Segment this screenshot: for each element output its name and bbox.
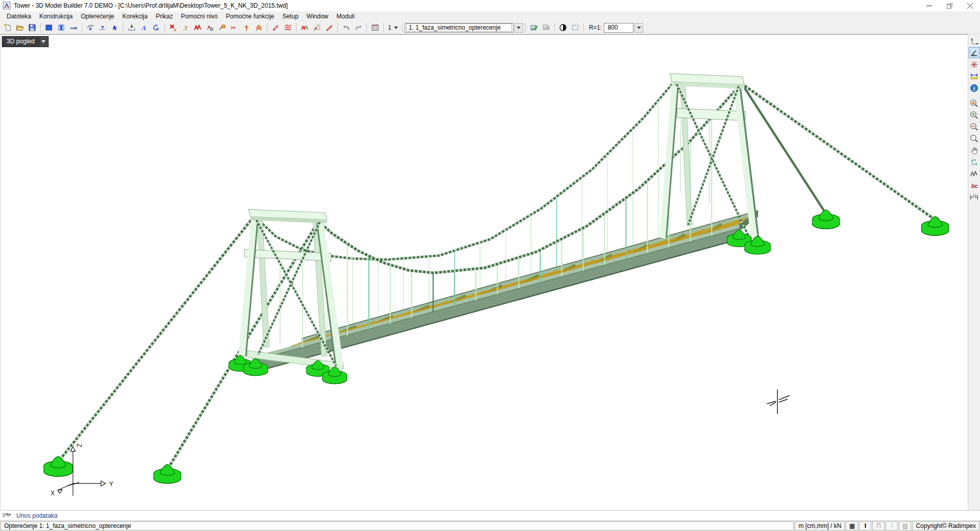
arrow-up-button[interactable] bbox=[240, 22, 253, 33]
command-bar-label: Unos podataka bbox=[16, 512, 58, 519]
section-toggle[interactable]: Π bbox=[872, 521, 885, 530]
loadcase-dropdown-button[interactable] bbox=[514, 23, 523, 33]
angle-button[interactable] bbox=[969, 47, 980, 58]
move-block-button[interactable] bbox=[204, 22, 216, 33]
info-icon: i bbox=[970, 84, 978, 92]
import-level-icon bbox=[128, 23, 136, 32]
menu-moduli[interactable]: Moduli bbox=[332, 12, 358, 21]
close-icon bbox=[967, 3, 973, 9]
redo-button[interactable] bbox=[352, 22, 364, 33]
dimension-10-icon: 10 bbox=[970, 193, 978, 202]
view-tab-caret-icon bbox=[41, 40, 45, 43]
zoom-window-button[interactable] bbox=[969, 133, 980, 144]
contrast-icon bbox=[559, 23, 567, 32]
units-cell[interactable]: m [cm,mm] / kN bbox=[795, 521, 845, 530]
stairs-button[interactable] bbox=[323, 22, 335, 33]
menu-setup[interactable]: Setup bbox=[278, 12, 302, 21]
open-file-button[interactable] bbox=[14, 22, 26, 33]
undo-button[interactable] bbox=[340, 22, 352, 33]
rotate-view-icon bbox=[152, 23, 160, 32]
delete-mesh-button[interactable] bbox=[167, 22, 179, 33]
view-tab-dropdown[interactable] bbox=[39, 37, 48, 46]
pointer-button[interactable] bbox=[109, 22, 121, 33]
menu-prikaz[interactable]: Prikaz bbox=[152, 12, 177, 21]
renumber-button[interactable]: bc bbox=[969, 180, 980, 191]
drawing-canvas[interactable]: 3D pogled bbox=[0, 34, 968, 510]
roof-up-button[interactable] bbox=[253, 22, 265, 33]
menu-pomocni-nivo[interactable]: Pomoćni nivo bbox=[177, 12, 222, 21]
plane-up-icon bbox=[99, 23, 107, 32]
window-view-button[interactable] bbox=[55, 22, 67, 33]
bridge-3d-model: Z Y X bbox=[1, 35, 968, 510]
snap-target-button[interactable] bbox=[969, 59, 980, 70]
arrow-up-icon bbox=[242, 23, 251, 32]
restore-button[interactable] bbox=[939, 0, 960, 11]
info-button[interactable]: i bbox=[969, 82, 980, 93]
menu-datoteka[interactable]: Datoteka bbox=[3, 12, 35, 21]
zoom-home-button[interactable] bbox=[969, 98, 980, 109]
plane-down-button[interactable] bbox=[84, 22, 96, 33]
split-beam-button[interactable] bbox=[191, 22, 204, 33]
new-file-button[interactable] bbox=[2, 22, 14, 33]
snap-target-icon bbox=[970, 60, 978, 69]
menu-korekcija[interactable]: Korekcija bbox=[118, 12, 152, 21]
dimension-10-button[interactable]: 10 bbox=[969, 191, 980, 203]
save-icon bbox=[28, 23, 36, 32]
coord-axes-button[interactable] bbox=[969, 35, 980, 46]
line-view-button[interactable] bbox=[67, 22, 80, 33]
pencil-button[interactable] bbox=[270, 22, 282, 33]
raise-node-button[interactable] bbox=[179, 22, 191, 33]
dimension-button[interactable] bbox=[969, 70, 980, 82]
pan-hand-button[interactable] bbox=[969, 144, 980, 156]
split-check-icon bbox=[301, 23, 309, 32]
text-style-button[interactable]: A bbox=[138, 22, 150, 33]
zoom-out-button[interactable] bbox=[969, 121, 980, 132]
solid-view-button[interactable] bbox=[43, 22, 55, 33]
hatch-icon: ▦ bbox=[849, 522, 855, 529]
regen-grid-button[interactable] bbox=[969, 156, 980, 167]
svg-text:✂: ✂ bbox=[231, 24, 236, 32]
polyline-button[interactable] bbox=[969, 168, 980, 179]
hatch-toggle[interactable]: ▦ bbox=[846, 521, 858, 530]
menu-pomocne-funkcije[interactable]: Pomoćne funkcije bbox=[222, 12, 279, 21]
command-bar: Unos podataka bbox=[0, 510, 980, 520]
copy-flag-button[interactable] bbox=[216, 22, 228, 33]
plane-up-button[interactable] bbox=[96, 22, 109, 33]
copy-page-button[interactable] bbox=[311, 22, 323, 33]
selection-marquee-button[interactable] bbox=[569, 22, 581, 33]
axis-toggle[interactable]: ⁞ bbox=[886, 521, 898, 530]
loadcase-combobox[interactable]: 1. 1_faza_simetricno_opterecenje bbox=[405, 23, 513, 33]
solid-view-icon bbox=[45, 23, 53, 32]
import-level-button[interactable] bbox=[126, 22, 138, 33]
minimize-button[interactable] bbox=[919, 0, 939, 11]
table-button[interactable] bbox=[369, 22, 381, 33]
svg-text:i: i bbox=[973, 85, 975, 91]
scale-dropdown-button[interactable] bbox=[634, 23, 643, 33]
level-selector[interactable]: 1 bbox=[386, 24, 400, 31]
zoom-in-button[interactable] bbox=[969, 109, 980, 120]
scale-combobox[interactable]: 800 bbox=[604, 23, 633, 33]
next-loadcase-button[interactable] bbox=[540, 22, 552, 33]
cut-button[interactable]: ✂ bbox=[228, 22, 240, 33]
text-toggle[interactable]: I bbox=[859, 521, 871, 530]
contrast-button[interactable] bbox=[557, 22, 569, 33]
copy-flag-icon bbox=[218, 23, 226, 32]
stairs-icon bbox=[325, 23, 333, 32]
mesh-toggle[interactable]: ▨ bbox=[899, 521, 911, 530]
save-button[interactable] bbox=[26, 22, 38, 33]
close-button[interactable] bbox=[960, 0, 980, 11]
command-history-button[interactable] bbox=[2, 512, 13, 519]
prev-loadcase-button[interactable] bbox=[528, 22, 540, 33]
menu-window[interactable]: Window bbox=[303, 12, 333, 21]
statusbar: Opterećenje 1: 1_faza_simetricno_opterec… bbox=[0, 520, 980, 531]
menu-konstrukcija[interactable]: Konstrukcija bbox=[35, 12, 77, 21]
rotate-view-button[interactable] bbox=[150, 22, 162, 33]
zoom-home-icon bbox=[970, 99, 978, 108]
split-check-button[interactable] bbox=[299, 22, 311, 33]
view-tab[interactable]: 3D pogled bbox=[2, 36, 48, 47]
menu-opterecenje[interactable]: Opterećenje bbox=[77, 12, 118, 21]
toolbar: A ✂ 1 1. 1_faza_simetricno_opterecenje R… bbox=[0, 21, 980, 34]
axis-z-label: Z bbox=[76, 444, 83, 447]
mesh-net-button[interactable] bbox=[282, 22, 294, 33]
restore-icon bbox=[947, 3, 952, 9]
